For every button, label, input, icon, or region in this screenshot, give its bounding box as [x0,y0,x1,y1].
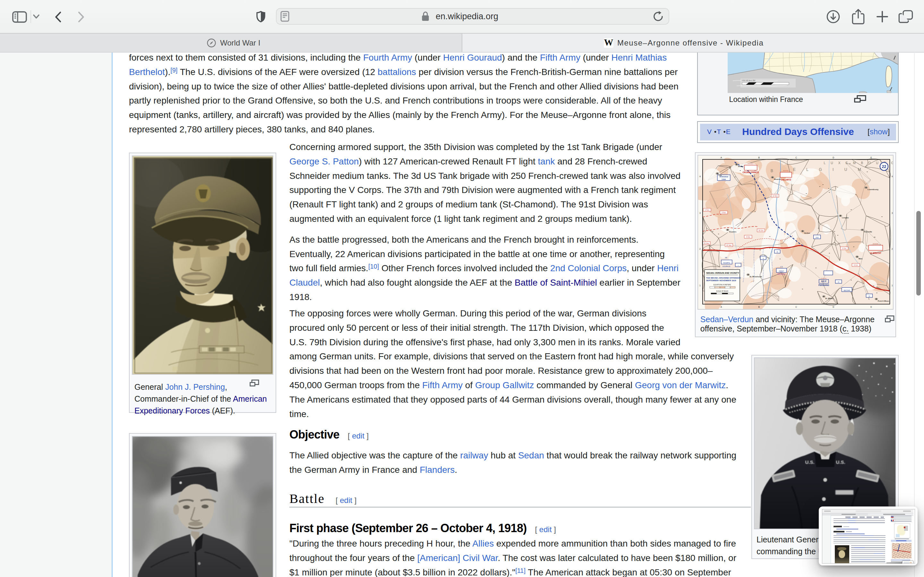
svg-text:ALBRECHT: ALBRECHT [870,252,881,254]
svg-text:xxxxx: xxxxx [821,277,827,279]
svg-text:3: 3 [699,212,701,214]
svg-text:FR.: FR. [725,257,728,259]
svg-text:XVII: XVII [816,237,819,239]
svg-text:Verdun: Verdun [804,232,810,234]
svg-text:B: B [758,156,760,159]
svg-text:III: III [777,251,778,253]
svg-text:D: D [833,306,834,308]
svg-text:THE MEUSE–ARGONNE OFFENSIVE: THE MEUSE–ARGONNE OFFENSIVE [706,277,741,279]
svg-text:31 Oct: 31 Oct [758,229,764,231]
svg-text:C: C [795,306,797,308]
svg-text:Mouzon: Mouzon [774,178,781,180]
svg-text:FOURTH: FOURTH [724,262,730,264]
svg-text:A: A [720,306,722,308]
svg-text:SECOND: SECOND [843,290,850,292]
svg-text:25 Sep: 25 Sep [704,242,709,244]
svg-text:3 Oct: 3 Oct [842,247,846,250]
svg-text:B: B [758,306,760,308]
svg-text:Line: Line [722,178,726,180]
svg-text:1 Nov: 1 Nov [705,209,709,211]
svg-text:Luxembourg: Luxembourg [867,189,879,190]
svg-text:A E F: A E F [821,280,827,282]
svg-text:XI: XI [869,295,870,297]
svg-text:E: E [871,306,872,308]
svg-text:A: A [720,156,722,159]
svg-text:1: 1 [699,284,701,287]
svg-text:St. Mihiel: St. Mihiel [825,298,833,300]
svg-text:SEPTEMBER–NOVEMBER 1918: SEPTEMBER–NOVEMBER 1918 [706,279,736,282]
svg-text:2: 2 [699,248,701,250]
svg-text:St. Menehould: St. Menehould [750,276,762,277]
svg-text:B: B [771,169,773,173]
svg-text:SCALE OF MILES: SCALE OF MILES [716,290,728,292]
svg-text:E: E [871,156,872,159]
svg-text:C: C [795,156,797,159]
svg-text:3: 3 [892,212,893,214]
svg-text:26 Sep: 26 Sep [726,244,732,246]
svg-text:2: 2 [892,248,893,250]
svg-text:E L G I U M: E L G I U M [793,167,866,172]
svg-text:3 Oct: 3 Oct [746,236,750,238]
svg-text:3 Nov: 3 Nov [722,211,726,213]
svg-text:D: D [833,156,834,159]
svg-text:0 50 100 (km) 250: 0 50 100 (km) 250 [742,79,755,81]
svg-text:Longwy: Longwy [842,217,849,219]
svg-text:U.S.: U.S. [805,459,814,465]
svg-text:5 Oct: 5 Oct [854,264,858,266]
svg-text:FIRST: FIRST [779,270,784,272]
svg-text:4: 4 [699,175,701,177]
svg-text:4: 4 [892,175,893,177]
svg-text:ELEVATIONS IN METERS: ELEVATIONS IN METERS [714,284,731,285]
svg-text:U.S.: U.S. [836,459,845,465]
svg-text:Metz: Metz [859,258,863,259]
svg-text:xxxxx: xxxxx [783,169,789,171]
svg-text:xxxxx: xxxxx [873,243,879,245]
svg-text:IV: IV [838,282,839,283]
svg-text:Vouziers: Vouziers [729,231,736,233]
svg-text:PERSHING: PERSHING [819,284,829,286]
svg-text:PERSHING: PERSHING [777,273,786,275]
svg-text:xxxxx: xxxxx [748,163,754,164]
svg-text:SEDAN–VERDUN AND VICINITY: SEDAN–VERDUN AND VICINITY [706,272,739,274]
svg-text:U S: U S [780,266,783,268]
svg-text:11 Nov: 11 Nov [772,195,778,197]
svg-text:CROWN PRINCE: CROWN PRINCE [743,171,759,173]
svg-text:GOURAUD: GOURAUD [722,266,730,268]
svg-text:Thionville: Thionville [864,231,872,233]
svg-text:1: 1 [892,284,893,287]
svg-text:Sedan: Sedan [738,165,743,167]
svg-text:Fliz: Fliz [719,174,722,176]
svg-text:GALLWITZ: GALLWITZ [780,179,791,181]
svg-text:22: 22 [882,164,887,169]
svg-text:Pont-A-Mous.: Pont-A-Mous. [878,300,890,302]
